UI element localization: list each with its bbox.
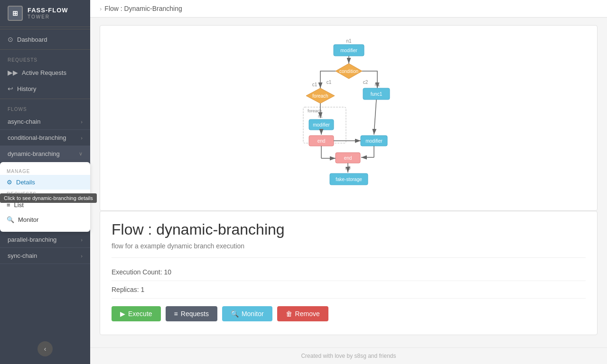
gear-icon: ⚙ bbox=[7, 179, 12, 186]
sidebar-item-label: Active Requests bbox=[22, 69, 66, 76]
flow-label: sync-chain bbox=[8, 252, 37, 259]
list-icon: ≡ bbox=[7, 201, 10, 209]
svg-text:foreach: foreach bbox=[307, 109, 321, 113]
flow-detail-title: Flow : dynamic-branching bbox=[112, 221, 586, 238]
sidebar-flow-dynamic-branching[interactable]: dynamic-branching ∨ bbox=[0, 146, 90, 162]
svg-text:end: end bbox=[317, 138, 325, 144]
flow-label: async-chain bbox=[8, 118, 40, 125]
chevron-right-icon: › bbox=[81, 253, 83, 259]
svg-text:n1: n1 bbox=[374, 82, 380, 87]
manage-details-item[interactable]: ⚙ Details Click to see dynamic-branching… bbox=[0, 175, 90, 190]
breadcrumb: › Flow : Dynamic-Branching bbox=[90, 0, 607, 18]
requests-label: Requests bbox=[181, 310, 209, 318]
action-buttons: ▶ Execute ≡ Requests 🔍 Monitor 🗑 Remove bbox=[112, 299, 586, 325]
flow-label: conditional-branching bbox=[8, 134, 66, 141]
logo-title: FASS-FLOW bbox=[28, 7, 68, 14]
monitor-button[interactable]: 🔍 Monitor bbox=[222, 306, 272, 321]
chevron-right-icon: › bbox=[81, 119, 83, 125]
sidebar-flow-parallel-branching[interactable]: parallel-branching › bbox=[0, 232, 90, 248]
sidebar-item-history[interactable]: ↩ History bbox=[0, 81, 90, 97]
sidebar: ⊞ FASS-FLOW TOWER ⊙ Dashboard REQUESTS ▶… bbox=[0, 0, 90, 364]
history-icon: ↩ bbox=[8, 85, 13, 92]
logo-text: FASS-FLOW TOWER bbox=[28, 7, 68, 19]
breadcrumb-text: Flow : Dynamic-Branching bbox=[104, 5, 182, 12]
flow-diagram-card: n1 modifier condition c1 c2 c1 bbox=[100, 25, 598, 211]
svg-text:func1: func1 bbox=[370, 91, 382, 97]
svg-text:end: end bbox=[344, 155, 352, 161]
svg-text:c2: c2 bbox=[363, 80, 368, 85]
main-content: › Flow : Dynamic-Branching n1 modifier bbox=[90, 0, 607, 364]
flow-label: parallel-branching bbox=[8, 236, 56, 243]
logo-icon: ⊞ bbox=[8, 6, 23, 21]
sidebar-collapse-button[interactable]: ‹ bbox=[37, 341, 53, 356]
active-requests-icon: ▶▶ bbox=[8, 69, 18, 76]
requests-button[interactable]: ≡ Requests bbox=[166, 306, 217, 321]
svg-text:n1: n1 bbox=[346, 38, 352, 44]
flow-manage-menu: MANAGE ⚙ Details Click to see dynamic-br… bbox=[0, 162, 90, 232]
dashboard-icon: ⊙ bbox=[8, 36, 13, 43]
manage-popup: MANAGE ⚙ Details Click to see dynamic-br… bbox=[0, 162, 90, 232]
footer-text: Created with love by s8sg and friends bbox=[301, 353, 396, 359]
svg-text:foreach: foreach bbox=[312, 93, 328, 99]
sidebar-item-active-requests[interactable]: ▶▶ Active Requests bbox=[0, 64, 90, 81]
monitor-label: Monitor bbox=[242, 310, 264, 318]
execute-icon: ▶ bbox=[120, 310, 125, 318]
menu-item-label: Monitor bbox=[18, 216, 38, 223]
manage-section-label: MANAGE bbox=[0, 167, 90, 175]
breadcrumb-chevron-icon: › bbox=[100, 5, 102, 12]
execution-count-stat: Execution Count: 10 bbox=[112, 264, 586, 281]
chevron-right-icon: › bbox=[81, 237, 83, 243]
menu-item-label: Details bbox=[16, 179, 35, 186]
chevron-down-icon: ∨ bbox=[79, 151, 83, 157]
execute-label: Execute bbox=[128, 310, 152, 318]
execute-button[interactable]: ▶ Execute bbox=[112, 306, 161, 321]
flow-diagram-svg: n1 modifier condition c1 c2 c1 bbox=[282, 35, 415, 201]
logo-subtitle: TOWER bbox=[28, 14, 68, 19]
flow-label: dynamic-branching bbox=[8, 150, 60, 157]
replicas-stat: Replicas: 1 bbox=[112, 281, 586, 299]
requests-section-label: REQUESTS bbox=[0, 190, 90, 198]
trash-icon: 🗑 bbox=[286, 310, 292, 318]
remove-button[interactable]: 🗑 Remove bbox=[277, 306, 328, 321]
chevron-right-icon: › bbox=[81, 135, 83, 141]
sidebar-item-label: Dashboard bbox=[17, 36, 47, 43]
menu-item-label: List bbox=[14, 201, 24, 209]
requests-section-label: REQUESTS bbox=[0, 52, 90, 64]
sidebar-item-label: History bbox=[17, 85, 36, 92]
svg-text:modifier: modifier bbox=[340, 48, 357, 53]
svg-text:c1: c1 bbox=[326, 80, 331, 85]
sidebar-flow-sync-chain[interactable]: sync-chain › bbox=[0, 248, 90, 264]
sidebar-flow-async-chain[interactable]: async-chain › bbox=[0, 114, 90, 130]
footer: Created with love by s8sg and friends bbox=[90, 347, 607, 364]
svg-text:c1: c1 bbox=[312, 82, 317, 87]
sidebar-item-dashboard[interactable]: ⊙ Dashboard bbox=[0, 31, 90, 47]
manage-list-item[interactable]: ≡ List bbox=[0, 198, 90, 212]
svg-text:condition: condition bbox=[339, 69, 358, 74]
svg-text:modifier: modifier bbox=[365, 138, 383, 144]
requests-icon: ≡ bbox=[174, 310, 178, 318]
flow-detail-description: flow for a example dynamic branch execut… bbox=[112, 242, 586, 250]
sidebar-logo: ⊞ FASS-FLOW TOWER bbox=[0, 0, 90, 27]
monitor-icon: 🔍 bbox=[231, 310, 239, 318]
monitor-icon: 🔍 bbox=[7, 216, 14, 223]
sidebar-flow-conditional-branching[interactable]: conditional-branching › bbox=[0, 130, 90, 146]
detail-card: Flow : dynamic-branching flow for a exam… bbox=[100, 211, 598, 335]
svg-line-26 bbox=[374, 100, 376, 135]
flows-section-label: FLOWS bbox=[0, 101, 90, 114]
content-area: n1 modifier condition c1 c2 c1 bbox=[90, 18, 607, 347]
svg-text:modifier: modifier bbox=[313, 122, 330, 127]
remove-label: Remove bbox=[295, 310, 320, 318]
svg-text:fake-storage: fake-storage bbox=[336, 177, 362, 182]
manage-monitor-item[interactable]: 🔍 Monitor bbox=[0, 212, 90, 227]
